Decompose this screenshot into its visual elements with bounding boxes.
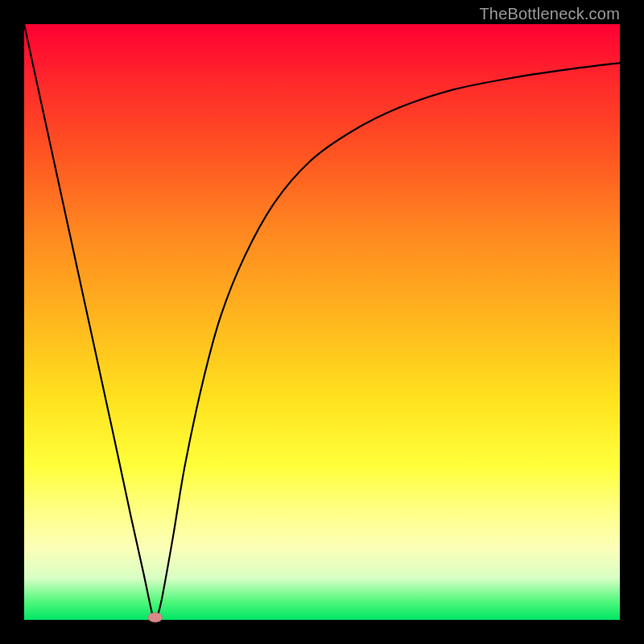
chart-frame: TheBottleneck.com: [0, 0, 644, 644]
plot-area: [24, 24, 620, 620]
source-link[interactable]: TheBottleneck.com: [479, 5, 620, 23]
curve-layer: [24, 24, 620, 620]
bottleneck-curve: [24, 24, 620, 621]
optimal-marker: [148, 613, 163, 622]
